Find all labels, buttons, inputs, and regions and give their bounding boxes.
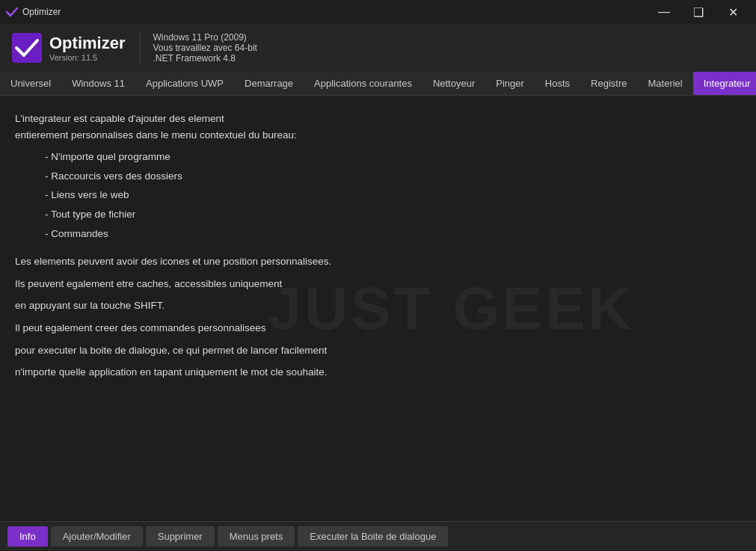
- nav-pinger[interactable]: Pinger: [485, 72, 535, 95]
- minimize-button[interactable]: —: [647, 0, 681, 24]
- nav-nettoyeur[interactable]: Nettoyeur: [422, 72, 485, 95]
- content-paragraph4: en appuyant sur la touche SHIFT.: [15, 298, 741, 314]
- list-item-2: - Raccourcis vers des dossiers: [45, 168, 741, 185]
- content-paragraph5: Il peut egalement creer des commandes pe…: [15, 320, 741, 336]
- bottom-supprimer-button[interactable]: Supprimer: [146, 526, 215, 547]
- content-paragraph7: n'importe quelle application en tapant u…: [15, 364, 741, 381]
- bottom-info-button[interactable]: Info: [7, 526, 48, 547]
- bottom-menus-button[interactable]: Menus prets: [218, 526, 295, 547]
- header-info: Windows 11 Pro (2009) Vous travaillez av…: [140, 32, 256, 64]
- info-line3: .NET Framework 4.8: [153, 53, 256, 64]
- close-button[interactable]: ✕: [716, 0, 750, 24]
- app-name: Optimizer: [49, 34, 125, 53]
- list-item-5: - Commandes: [45, 226, 741, 242]
- header: Optimizer Version: 11.5 Windows 11 Pro (…: [0, 24, 756, 72]
- nav-applications-uwp[interactable]: Applications UWP: [135, 72, 234, 95]
- logo-area: Optimizer Version: 11.5: [12, 33, 125, 63]
- list-item-3: - Liens vers le web: [45, 187, 741, 203]
- nav-windows11[interactable]: Windows 11: [61, 72, 135, 95]
- nav-demarrage[interactable]: Demarrage: [234, 72, 304, 95]
- titlebar-left: Optimizer: [6, 6, 61, 18]
- list-item-4: - Tout type de fichier: [45, 206, 741, 223]
- nav-materiel[interactable]: Materiel: [638, 72, 693, 95]
- nav-hosts[interactable]: Hosts: [535, 72, 580, 95]
- list-item-1: - N'importe quel programme: [45, 149, 741, 165]
- nav-applications-courantes[interactable]: Applications courantes: [304, 72, 422, 95]
- bottombar: Info Ajouter/Modifier Supprimer Menus pr…: [0, 521, 756, 551]
- logo-text: Optimizer Version: 11.5: [49, 34, 125, 62]
- bottom-ajouter-button[interactable]: Ajouter/Modifier: [51, 526, 143, 547]
- nav-universel[interactable]: Universel: [0, 72, 61, 95]
- content-paragraph3: Ils peuvent egalement etre caches, acces…: [15, 276, 741, 292]
- app-icon: [6, 6, 18, 18]
- content-text: L'integrateur est capable d'ajouter des …: [15, 111, 741, 381]
- info-line1: Windows 11 Pro (2009): [153, 32, 256, 43]
- content-paragraph1: L'integrateur est capable d'ajouter des …: [15, 111, 741, 143]
- content-paragraph2: Les elements peuvent avoir des icones et…: [15, 253, 741, 270]
- titlebar-title: Optimizer: [22, 7, 61, 17]
- app-version: Version: 11.5: [49, 53, 125, 62]
- bottom-executer-button[interactable]: Executer la Boite de dialogue: [298, 526, 448, 547]
- nav-registre[interactable]: Registre: [580, 72, 637, 95]
- content-list: - N'importe quel programme - Raccourcis …: [45, 149, 741, 241]
- titlebar-controls: — ❑ ✕: [647, 0, 750, 24]
- logo-icon: [12, 33, 42, 63]
- main-content: JUST GEEK L'integrateur est capable d'aj…: [0, 96, 756, 521]
- content-paragraph6: pour executer la boite de dialogue, ce q…: [15, 342, 741, 359]
- navbar: Universel Windows 11 Applications UWP De…: [0, 72, 756, 96]
- maximize-button[interactable]: ❑: [681, 0, 716, 24]
- info-line2: Vous travaillez avec 64-bit: [153, 43, 256, 53]
- nav-integrateur[interactable]: Integrateur: [693, 72, 756, 95]
- titlebar: Optimizer — ❑ ✕: [0, 0, 756, 24]
